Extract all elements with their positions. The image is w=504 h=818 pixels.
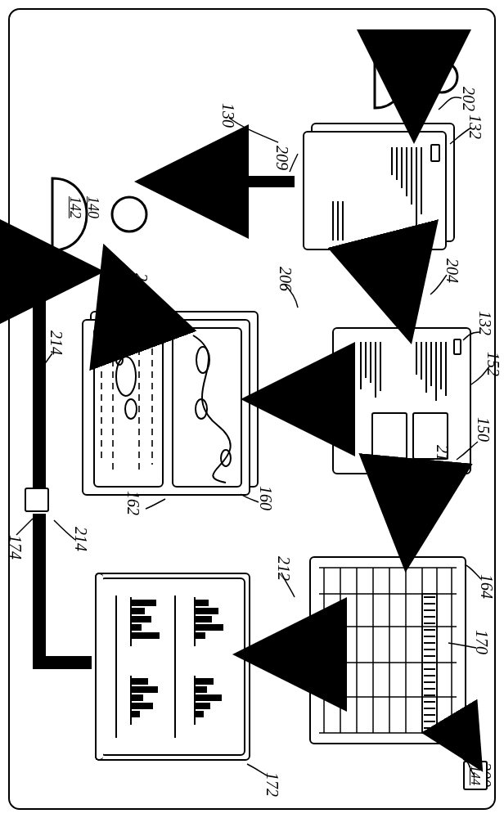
label-212: 212 (274, 556, 293, 581)
window-160 (79, 311, 259, 499)
label-152: 152 (484, 352, 502, 376)
svg-rect-59 (195, 712, 203, 717)
svg-rect-55 (195, 679, 213, 684)
label-160: 160 (256, 486, 275, 510)
svg-rect-58 (195, 703, 209, 708)
label-164: 164 (477, 574, 496, 599)
document-stack-130 (299, 123, 455, 254)
spreadsheet-164 (309, 556, 466, 744)
svg-point-45 (116, 357, 136, 396)
label-170: 170 (472, 630, 491, 654)
label-210: 210 (433, 445, 452, 470)
label-140b: 140 (84, 196, 101, 218)
svg-point-38 (196, 347, 209, 373)
label-208: 208 (132, 273, 151, 298)
svg-rect-71 (131, 703, 152, 708)
flow-diagram: 200 140 (0, 0, 504, 818)
label-202: 202 (459, 87, 478, 111)
label-162: 162 (124, 491, 142, 515)
svg-rect-53 (195, 633, 205, 638)
svg-rect-65 (131, 625, 141, 630)
svg-point-0 (426, 61, 457, 92)
svg-rect-70 (131, 695, 142, 700)
svg-rect-62 (131, 600, 155, 605)
svg-rect-64 (131, 617, 151, 622)
label-204: 204 (443, 258, 461, 283)
svg-rect-63 (131, 609, 144, 614)
svg-rect-52 (195, 625, 223, 630)
label-130: 130 (218, 103, 237, 128)
chip-132a (430, 144, 440, 162)
svg-point-46 (125, 399, 137, 419)
svg-rect-50 (195, 609, 218, 614)
label-150: 150 (474, 417, 493, 442)
label-214b: 214 (47, 330, 65, 355)
label-132a: 132 (466, 115, 484, 139)
svg-rect-72 (131, 712, 139, 717)
svg-point-74 (112, 197, 146, 231)
svg-rect-66 (131, 633, 159, 638)
label-140a: 140 (398, 59, 416, 81)
label-132b: 132 (475, 311, 494, 335)
svg-rect-69 (131, 687, 157, 692)
label-142: 142 (66, 196, 83, 218)
label-209: 209 (272, 146, 291, 170)
box-174 (25, 488, 49, 512)
box-144: 144 (463, 761, 488, 790)
book-172 (95, 573, 250, 761)
svg-rect-57 (195, 695, 221, 700)
svg-rect-56 (195, 687, 206, 692)
svg-rect-68 (131, 679, 147, 684)
label-174: 174 (6, 535, 25, 560)
svg-rect-49 (195, 600, 208, 605)
label-206: 206 (276, 267, 295, 291)
label-214a: 214 (71, 527, 90, 551)
svg-rect-51 (195, 617, 211, 622)
label-172: 172 (263, 772, 281, 797)
user-icon-1 (373, 38, 463, 119)
